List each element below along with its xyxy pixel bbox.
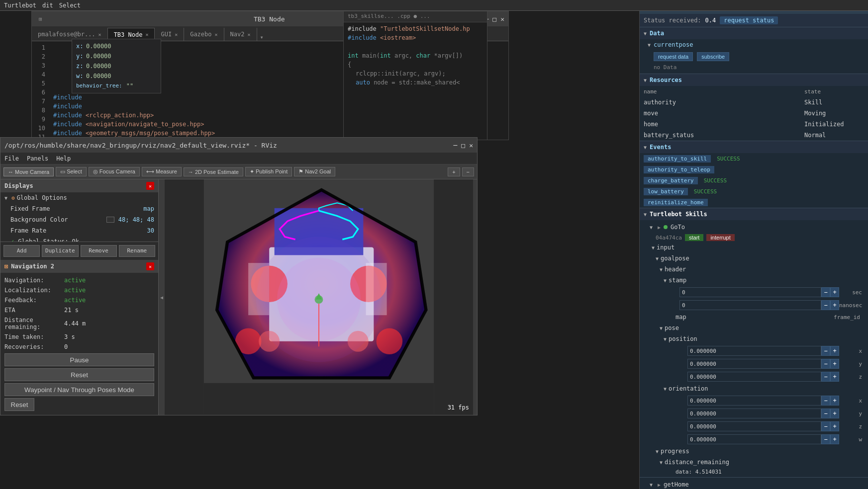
waypoint-mode-btn[interactable]: Waypoint / Nav Through Poses Mode (4, 383, 154, 396)
tool-measure[interactable]: ⟷ Measure (142, 167, 182, 176)
nanosec-plus-btn[interactable]: + (830, 300, 839, 310)
right-code-line-3 (348, 42, 483, 51)
sec-plus-btn[interactable]: + (830, 287, 839, 297)
skills-section-header[interactable]: ▼ Turtlebot Skills (640, 208, 868, 220)
nav2-close-btn[interactable]: ✕ (146, 262, 154, 270)
sec-minus-btn[interactable]: − (821, 287, 830, 297)
global-options-icon: ⚙ (11, 195, 15, 201)
low-battery-btn[interactable]: low_battery (644, 188, 688, 195)
tab-close-gazebo-icon[interactable]: ✕ (215, 32, 218, 37)
tab-gazebo[interactable]: Gazebo ✕ (184, 28, 224, 41)
rviz-maximize-btn[interactable]: □ (461, 142, 465, 149)
ori-z-minus-btn[interactable]: − (821, 421, 830, 431)
maximize-btn[interactable]: □ (492, 15, 496, 23)
ori-z-unit: z (839, 423, 864, 430)
pos-y-minus-btn[interactable]: − (821, 359, 830, 369)
tree-global-options[interactable]: ▼ ⚙ Global Options (0, 192, 158, 203)
tool-2d-pose[interactable]: → 2D Pose Estimate (184, 167, 243, 176)
ori-w-plus-btn[interactable]: + (830, 434, 839, 444)
pos-x-minus-btn[interactable]: − (821, 346, 830, 356)
tool-nav2-goal[interactable]: ⚑ Nav2 Goal (294, 167, 335, 176)
displays-close-btn[interactable]: ✕ (146, 182, 154, 190)
tool-focus-camera[interactable]: ◎ Focus Camera (89, 167, 140, 176)
rviz-menu-help[interactable]: Help (56, 155, 71, 162)
rviz-minimize-btn[interactable]: ─ (454, 142, 458, 149)
pos-z-input[interactable] (687, 372, 821, 382)
ori-y-minus-btn[interactable]: − (821, 408, 830, 418)
nanosec-input[interactable] (679, 300, 821, 310)
pos-y-input[interactable] (687, 359, 821, 369)
rviz-right-handle[interactable] (473, 179, 477, 415)
reset-btn[interactable]: Reset (4, 368, 154, 381)
progress-row: ▼ progress (640, 446, 868, 457)
rviz-viewport[interactable]: 31 fps (165, 179, 473, 415)
ori-w-input[interactable] (687, 434, 821, 444)
tool-move-camera[interactable]: ↔ Move Camera (3, 167, 54, 176)
ori-y-input[interactable] (687, 408, 821, 418)
authority-to-teleop-btn[interactable]: authority_to_teleop (644, 166, 714, 173)
ori-x-input[interactable] (687, 396, 821, 406)
header-row: ▼ header (640, 264, 868, 275)
tab-nav2[interactable]: Nav2 ✕ (224, 28, 257, 41)
menu-item-select[interactable]: Select (59, 2, 81, 9)
ori-w-minus-btn[interactable]: − (821, 434, 830, 444)
pos-y-plus-btn[interactable]: + (830, 359, 839, 369)
pos-x-plus-btn[interactable]: + (830, 346, 839, 356)
duplicate-display-btn[interactable]: Duplicate (42, 245, 78, 257)
tool-subtract[interactable]: − (462, 167, 474, 176)
ori-w-row: − + w (640, 433, 868, 446)
nanosec-minus-btn[interactable]: − (821, 300, 830, 310)
add-display-btn[interactable]: Add (3, 245, 40, 257)
subscribe-btn[interactable]: subscribe (697, 52, 729, 61)
expand-handle[interactable]: ◀ (159, 179, 165, 415)
events-section-header[interactable]: ▼ Events (640, 141, 868, 153)
tool-add[interactable]: + (448, 167, 460, 176)
goto-interrupt-btn[interactable]: interrupt (706, 234, 734, 241)
pos-z-plus-btn[interactable]: + (830, 372, 839, 382)
resources-section-header[interactable]: ▼ Resources (640, 74, 868, 86)
tab-close-gui-icon[interactable]: ✕ (175, 32, 178, 37)
editor-icon[interactable]: ⊞ (36, 15, 45, 23)
ori-x-plus-btn[interactable]: + (830, 396, 839, 406)
tab-close-nav2-icon[interactable]: ✕ (247, 32, 250, 37)
tool-publish-point[interactable]: ✦ Publish Point (245, 167, 292, 176)
skills-section: ▼ Turtlebot Skills ▼ ▶ GoTo 04a474ca sta… (640, 208, 868, 489)
pos-x-input[interactable] (687, 346, 821, 356)
ori-x-minus-btn[interactable]: − (821, 396, 830, 406)
authority-to-skill-btn[interactable]: authority_to_skill (644, 155, 711, 163)
pause-btn[interactable]: Pause (4, 353, 154, 366)
charge-battery-btn[interactable]: charge_battery (644, 177, 698, 184)
reset-btn-2[interactable]: Reset (4, 398, 34, 411)
close-btn[interactable]: ✕ (500, 15, 504, 23)
currentpose-header[interactable]: ▼ currentpose (640, 39, 868, 50)
popup-z-label: z: (76, 61, 82, 71)
ori-y-plus-btn[interactable]: + (830, 408, 839, 418)
rviz-body: Displays ✕ ▼ ⚙ Global Options Fixed Fram… (0, 179, 477, 415)
sec-input[interactable] (679, 287, 821, 297)
menu-item-edit[interactable]: dit (42, 2, 53, 9)
menu-item-turtlebot[interactable]: Turtlebot (4, 2, 36, 9)
ori-z-input[interactable] (687, 421, 821, 431)
displays-panel-header: Displays ✕ (0, 179, 158, 192)
remove-display-btn[interactable]: Remove (81, 245, 117, 257)
rviz-close-btn[interactable]: ✕ (469, 142, 473, 149)
ori-z-plus-btn[interactable]: + (830, 421, 839, 431)
pos-z-minus-btn[interactable]: − (821, 372, 830, 382)
goto-start-btn[interactable]: start (685, 234, 703, 241)
request-data-btn[interactable]: request data (654, 52, 693, 61)
rviz-menu-file[interactable]: File (4, 155, 19, 162)
ori-z-row: − + z (640, 420, 868, 433)
popup-w-label: w: (76, 71, 82, 81)
more-tabs-btn[interactable]: ▾ (257, 34, 267, 41)
tab-close-icon[interactable]: ✕ (98, 32, 101, 37)
rviz-menu-panels[interactable]: Panels (27, 155, 48, 162)
stamp-label: stamp (669, 277, 686, 284)
rviz-left-panel: Displays ✕ ▼ ⚙ Global Options Fixed Fram… (0, 179, 159, 415)
data-section-header[interactable]: ▼ Data (640, 27, 868, 39)
resource-state-authority: Skill (804, 99, 864, 106)
tool-select[interactable]: ▭ Select (56, 167, 87, 176)
rviz-menubar: File Panels Help (0, 153, 477, 164)
tab-close-active-icon[interactable]: ✕ (145, 32, 148, 37)
rename-display-btn[interactable]: Rename (119, 245, 155, 257)
reinitialize-home-btn[interactable]: reinitialize_home (644, 199, 708, 206)
